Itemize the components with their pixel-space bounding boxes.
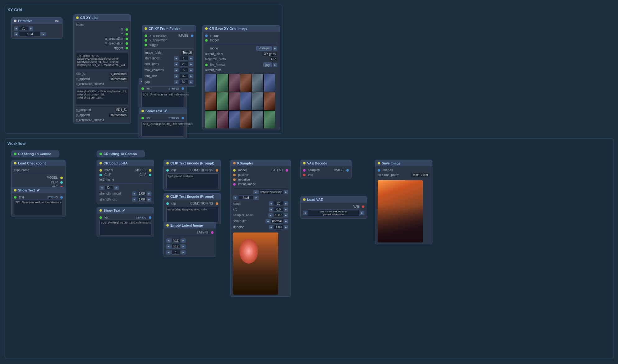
ks-sampler-dec[interactable]: ◄ (268, 213, 273, 218)
ks-negative-port (233, 178, 236, 181)
lv-name-stepper[interactable]: ◄ vae-ft-mse-840000-ema-pruned.safetenso… (303, 210, 364, 216)
ks-control-inc[interactable]: ► (254, 196, 259, 200)
show-text-wf-body: text STRING SD1_5\melnaunreal_v41.safete… (12, 193, 65, 217)
cr-string-combo-2-node: CR String To Combo (97, 150, 145, 157)
str-model-stepper[interactable]: ◄ 1.00 ► (132, 191, 151, 196)
max-cols-stepper[interactable]: ◄ 5 ► (174, 68, 193, 72)
ks-denoise-row: denoise ◄ 1.00 ► (233, 224, 288, 230)
control-stepper[interactable]: ◄ fixed ► (14, 32, 46, 36)
ks-sampler-inc[interactable]: ► (284, 213, 288, 218)
lora-switch-row: ◄ On ► (99, 185, 151, 191)
ks-scheduler-stepper[interactable]: ◄ normal ► (265, 219, 288, 223)
maxcols-increment[interactable]: ► (189, 68, 193, 72)
value-stepper[interactable]: ◄ 20 ► (14, 26, 33, 31)
y-models-text[interactable]: ArknightsDUSK_v10, ArknightsNian_28, Ark… (76, 89, 128, 104)
save-mode-increment[interactable]: ► (273, 46, 277, 51)
ks-seed-dec[interactable]: ◄ (253, 190, 258, 194)
xy-grid-section: XY Grid Primitive INT ◄ 20 ► ◄ (5, 5, 283, 134)
lora-str-model-row: strength_model ◄ 1.00 ► (99, 191, 151, 196)
save-format-increment[interactable]: ► (273, 63, 277, 67)
ks-model-row: model LATENT (233, 168, 288, 173)
clip-neg-value[interactable]: embedding:EasyNegative, nsfw (166, 207, 218, 222)
end-index-stepper[interactable]: ◄ 20 ► (174, 62, 193, 67)
el-batch-dec[interactable]: ◄ (166, 250, 171, 255)
save-mode-btn[interactable]: Preview (256, 46, 272, 51)
el-batch-inc[interactable]: ► (181, 250, 186, 255)
el-height-inc[interactable]: ► (181, 244, 186, 249)
font-decrement[interactable]: ◄ (174, 74, 178, 78)
ks-cfg-val: 8.0 (274, 207, 283, 212)
end-increment[interactable]: ► (189, 62, 193, 67)
empty-latent-header: Empty Latent Image (164, 222, 216, 228)
ks-control-stepper[interactable]: ◄ fixed ► (233, 196, 259, 200)
ks-scheduler-row: scheduler ◄ normal ► (233, 218, 288, 224)
end-decrement[interactable]: ◄ (174, 62, 178, 67)
ks-control-dec[interactable]: ◄ (233, 196, 238, 200)
str-model-inc[interactable]: ► (147, 191, 151, 196)
clip-pos-value[interactable]: 1girl, period costume (166, 173, 218, 189)
str-model-dec[interactable]: ◄ (132, 191, 136, 196)
trigger-row: trigger (76, 46, 128, 50)
lv-name-inc[interactable]: ► (360, 211, 364, 215)
ks-cfg-inc[interactable]: ► (284, 207, 288, 212)
ks-seed-inc[interactable]: ► (284, 190, 288, 194)
ks-steps-stepper[interactable]: ◄ 20 ► (269, 201, 288, 206)
el-width-dec[interactable]: ◄ (166, 238, 171, 243)
start-decrement[interactable]: ◄ (174, 56, 178, 61)
ks-seed-stepper[interactable]: ◄ 32603574575332 ► (253, 190, 288, 194)
cr-load-lora-header: CR Load LoRA (97, 160, 154, 166)
stlora-output-port (149, 216, 151, 219)
st2-text-row: text STRING (141, 116, 184, 120)
start-increment[interactable]: ► (189, 56, 193, 61)
str-clip-inc[interactable]: ► (147, 197, 151, 202)
control-increment[interactable]: ► (41, 32, 46, 36)
grid-cell-3 (229, 74, 240, 92)
el-batch-stepper[interactable]: ◄ 1 ► (166, 250, 186, 255)
el-height-stepper[interactable]: ◄ 512 ► (166, 244, 186, 249)
ks-cfg-dec[interactable]: ◄ (269, 207, 273, 212)
clip-pos-output-port (216, 169, 218, 172)
gap-decrement[interactable]: ◄ (174, 80, 178, 84)
el-height-dec[interactable]: ◄ (166, 244, 171, 249)
xy-image-preview (205, 74, 277, 128)
control-decrement[interactable]: ◄ (14, 32, 18, 36)
ks-denoise-inc[interactable]: ► (284, 225, 288, 229)
value-increment[interactable]: ► (29, 26, 33, 31)
gap-increment[interactable]: ► (189, 80, 193, 84)
y-row: Y (76, 32, 128, 36)
font-stepper[interactable]: ◄ 32 ► (174, 74, 193, 78)
el-batch-val: 1 (171, 250, 181, 255)
ks-denoise-stepper[interactable]: ◄ 1.00 ► (269, 225, 288, 229)
str-clip-dec[interactable]: ◄ (132, 197, 136, 202)
ks-positive-port (233, 174, 236, 176)
save-format-btn[interactable]: jpg (263, 62, 272, 67)
lora-switch-increment[interactable]: ► (114, 186, 119, 190)
str-clip-stepper[interactable]: ◄ 1.00 ► (132, 197, 151, 202)
x-annotation-row: x_annotation (76, 36, 128, 41)
ks-cfg-stepper[interactable]: ◄ 8.0 ► (269, 207, 288, 212)
xy-image-grid (205, 74, 275, 128)
ks-sched-dec[interactable]: ◄ (265, 219, 270, 223)
lv-name-dec[interactable]: ◄ (303, 211, 307, 215)
ks-sampler-stepper[interactable]: ◄ euler ► (268, 213, 288, 218)
start-index-stepper[interactable]: ◄ 1 ► (174, 56, 193, 61)
show-text-wf-header: Show Text 🖋 (12, 187, 65, 193)
stlora-row: text STRING (99, 215, 151, 220)
el-width-stepper[interactable]: ◄ 512 ► (166, 238, 186, 243)
ks-steps-inc[interactable]: ► (284, 201, 288, 206)
maxcols-decrement[interactable]: ◄ (174, 68, 178, 72)
models-text[interactable]: 7th_anime_v3_A, dalcefoV3Anime,dalcefoV3… (76, 53, 128, 69)
ks-denoise-dec[interactable]: ◄ (269, 225, 273, 229)
gap-stepper[interactable]: ◄ 32 ► (174, 80, 193, 84)
ks-control-val: fixed (238, 196, 254, 200)
st2-input-port (141, 117, 144, 119)
font-increment[interactable]: ► (189, 74, 193, 78)
lora-switch-decrement[interactable]: ◄ (99, 186, 104, 190)
ks-steps-dec[interactable]: ◄ (269, 201, 273, 206)
font-value: 32 (179, 74, 188, 78)
lora-switch-stepper[interactable]: ◄ On ► (99, 185, 119, 190)
el-width-inc[interactable]: ► (181, 238, 186, 243)
value-decrement[interactable]: ◄ (14, 26, 18, 31)
ks-sched-inc[interactable]: ► (284, 219, 288, 223)
lc-ckpt-row: ckpt_name (14, 168, 63, 173)
